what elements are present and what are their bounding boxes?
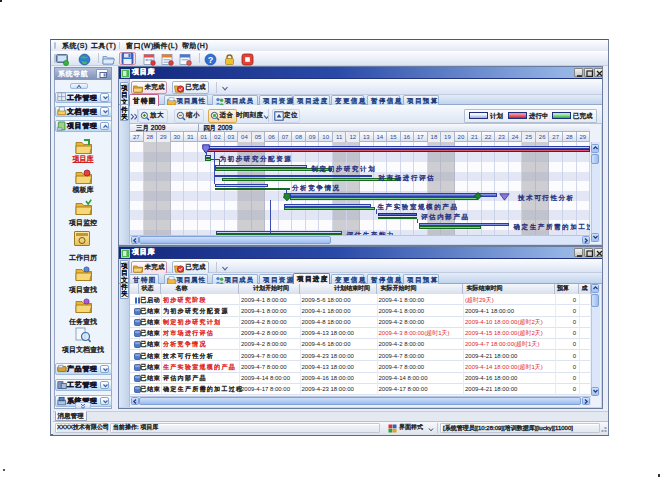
svg-text:?: ? [208,54,214,64]
